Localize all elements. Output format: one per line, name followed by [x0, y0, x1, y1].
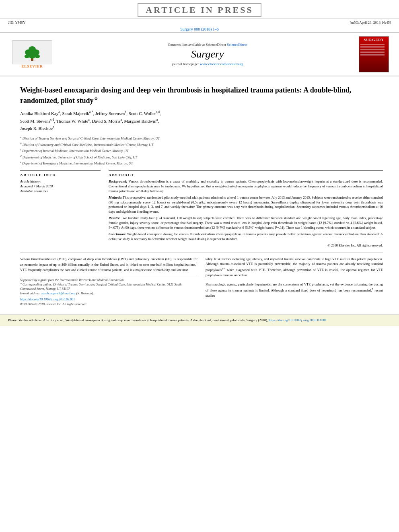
abstract-conclusion: Conclusion: Weight-based enoxaparin dosi… [109, 232, 383, 242]
cover-title: SURGERY [364, 38, 384, 42]
svg-point-6 [35, 54, 40, 58]
abstract-text: Background: Venous thromboembolism is a … [109, 179, 383, 248]
journal-name-row: Surgery 000 (2018) 1–6 [0, 26, 399, 32]
elsevier-logo: ELSEVIER [8, 40, 56, 68]
banner-text: ARTICLE IN PRESS [138, 3, 261, 17]
journal-volume: Surgery 000 (2018) 1–6 [180, 27, 219, 31]
background-head: Background: [109, 179, 127, 183]
authors-list: Annika Bickford Kaya, Sarah Majercika,*,… [20, 110, 383, 132]
email-footnote: E-mail address: sarah.majercik@imail.org… [20, 291, 197, 296]
results-head: Results: [109, 216, 120, 220]
logo-box [12, 40, 52, 64]
methods-head: Methods: [109, 195, 122, 199]
body-right-text-2: Pharmacologic agents, particularly hepar… [206, 282, 383, 298]
meta-row: JID: YMSY [m5G;April 23, 2018;16:45] [0, 19, 399, 26]
homepage-link[interactable]: www.elsevier.com/locate/surg [200, 62, 243, 66]
cover-thumbnail: SURGERY [359, 36, 389, 72]
issn-text: 0039-6060/© 2018 Elsevier Inc. All right… [20, 302, 197, 306]
article-title: Weight-based enoxaparin dosing and deep … [20, 85, 383, 106]
surgery-cover: SURGERY [359, 36, 391, 72]
article-info-label: ARTICLE INFO [20, 173, 101, 177]
conclusion-head: Conclusion: [109, 232, 126, 236]
abstract-copyright: © 2018 Elsevier Inc. All rights reserved… [109, 243, 383, 248]
body-left-text: Venous thromboembolism (VTE), composed o… [20, 257, 197, 273]
homepage-line: journal homepage: www.elsevier.com/locat… [60, 62, 355, 66]
abstract-methods: Methods: This prospective, randomized pi… [109, 195, 383, 215]
abstract-label: ABSTRACT [109, 173, 383, 177]
available-online: Available online xxx [20, 189, 101, 193]
article-history: Article history: [20, 179, 101, 183]
methods-text: This prospective, randomized pilot study… [109, 195, 383, 214]
cover-decoration [360, 43, 387, 57]
article-info-abstract: ARTICLE INFO Article history: Accepted 7… [20, 170, 383, 248]
elsevier-tree-icon [22, 43, 42, 62]
contents-available: Contents lists available at ScienceDirec… [60, 43, 355, 47]
svg-point-5 [25, 54, 29, 58]
body-right-col: tality. Risk factors including age, obes… [206, 257, 383, 306]
abstract-results: Results: Two hundred thirty-four (124 st… [109, 216, 383, 230]
citation-doi-link[interactable]: https://doi.org/10.1016/j.surg.2018.03.0… [269, 318, 327, 322]
abstract-background: Background: Venous thromboembolism is a … [109, 179, 383, 194]
affil-e: e Department of Emergency Medicine, Inte… [20, 160, 383, 166]
affil-a: a Division of Trauma Services and Surgic… [20, 135, 383, 141]
svg-point-4 [29, 46, 36, 53]
abstract-col: ABSTRACT Background: Venous thromboembol… [109, 170, 383, 248]
corresponding-footnote: * Corresponding author: Division of Trau… [20, 282, 197, 291]
email-link[interactable]: sarah.majercik@imail.org [41, 292, 76, 295]
doi-link[interactable]: https://doi.org/10.1016/j.surg.2018.03.0… [20, 298, 75, 301]
journal-header: ELSEVIER Contents lists available at Sci… [0, 32, 399, 76]
results-text: Two hundred thirty-four (124 standard, 1… [109, 216, 383, 230]
body-right-text-1: tality. Risk factors including age, obes… [206, 257, 383, 278]
accepted-date: Accepted 7 March 2018 [20, 184, 101, 188]
sciencedirect-link[interactable]: ScienceDirect [227, 43, 247, 47]
footnotes: Supported by a grant from the Intermount… [20, 276, 197, 306]
affil-b: b Division of Pulmonary and Critical Car… [20, 142, 383, 148]
article-info-box: ARTICLE INFO Article history: Accepted 7… [20, 170, 101, 193]
body-left-col: Venous thromboembolism (VTE), composed o… [20, 257, 197, 306]
background-text: Venous thromboembolism is a cause of mor… [109, 179, 383, 193]
timestamp-label: [m5G;April 23, 2018;16:45] [350, 21, 391, 25]
citation-bar: Please cite this article as: A.B. Kay et… [0, 314, 399, 326]
abstract-section: ABSTRACT Background: Venous thromboembol… [109, 170, 383, 248]
doi-section: https://doi.org/10.1016/j.surg.2018.03.0… [20, 297, 197, 302]
affil-d: d Department of Medicine, University of … [20, 154, 383, 160]
article-in-press-banner: ARTICLE IN PRESS [0, 0, 399, 19]
body-two-col: Venous thromboembolism (VTE), composed o… [20, 257, 383, 306]
affiliations: a Division of Trauma Services and Surgic… [20, 135, 383, 166]
conclusion-text: Weight-based enoxaparin dosing for venou… [109, 232, 383, 241]
section-divider [20, 252, 383, 253]
jid-label: JID: YMSY [8, 21, 25, 25]
main-content: Weight-based enoxaparin dosing and deep … [0, 76, 399, 310]
citation-text: Please cite this article as: A.B. Kay et… [8, 318, 268, 322]
journal-title: Surgery [60, 48, 355, 60]
journal-center: Contents lists available at ScienceDirec… [60, 43, 355, 66]
elsevier-wordmark: ELSEVIER [21, 64, 43, 68]
star-footnote-text: Supported by a grant from the Intermount… [20, 278, 197, 282]
star-footnote: ☆ [94, 96, 98, 101]
article-info-col: ARTICLE INFO Article history: Accepted 7… [20, 170, 101, 248]
affil-c: c Department of Internal Medicine, Inter… [20, 148, 383, 154]
